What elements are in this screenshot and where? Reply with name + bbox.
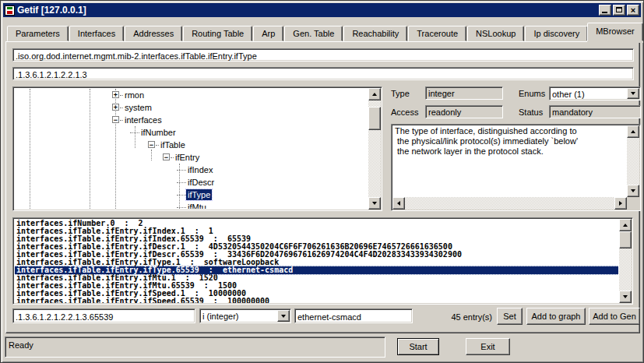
tab-addresses[interactable]: Addresses <box>125 26 182 41</box>
value-type-selected: i (integer) <box>202 312 276 321</box>
collapse-toggle-icon[interactable]: − <box>112 116 119 123</box>
set-oid-input[interactable] <box>12 308 195 323</box>
minimize-icon <box>602 12 607 13</box>
tree-item-label[interactable]: ifNumber <box>139 127 178 138</box>
tree-item-system[interactable]: +system <box>15 101 368 114</box>
chevron-down-icon <box>281 315 286 318</box>
scroll-down-button[interactable] <box>627 185 639 197</box>
tree-item-label[interactable]: ifMtu <box>186 202 208 209</box>
tree-connector <box>177 170 186 171</box>
tab-reachability[interactable]: Reachability <box>343 26 407 41</box>
tab-traceroute[interactable]: Traceroute <box>408 26 466 41</box>
tree-item-iftable[interactable]: −ifTable <box>15 139 368 151</box>
value-type-dropdown-button[interactable] <box>277 310 290 322</box>
tree-item-ifnumber[interactable]: ifNumber <box>15 126 368 139</box>
entries-count: 45 entry(s) <box>441 312 492 322</box>
scroll-left-button[interactable] <box>392 197 405 210</box>
tab-parameters[interactable]: Parameters <box>7 26 69 41</box>
access-label: Access <box>391 107 418 117</box>
collapse-toggle-icon[interactable]: − <box>148 141 155 148</box>
tree-item-interfaces[interactable]: −interfaces <box>15 114 368 126</box>
exit-button[interactable]: Exit <box>466 338 510 355</box>
tree-item-ifindex[interactable]: ifIndex <box>15 164 368 176</box>
scrollbar-thumb[interactable] <box>368 107 381 130</box>
set-value-input[interactable] <box>294 308 413 323</box>
start-button[interactable]: Start <box>397 338 439 355</box>
expand-toggle-icon[interactable]: + <box>112 104 119 111</box>
arrow-right-icon <box>619 201 622 206</box>
arrow-down-icon <box>372 202 377 205</box>
tree-scrollbar[interactable] <box>368 88 381 210</box>
enums-dropdown-button[interactable] <box>627 88 639 99</box>
tree-item-label[interactable]: ifType <box>186 189 212 200</box>
scroll-up-button[interactable] <box>619 219 632 231</box>
collapse-toggle-icon[interactable]: − <box>163 153 170 160</box>
scroll-right-button[interactable] <box>614 197 627 210</box>
scroll-down-button[interactable] <box>619 291 632 303</box>
tab-mbrowser[interactable]: MBrowser <box>587 23 643 41</box>
tree-item-label[interactable]: ifEntry <box>174 152 201 163</box>
set-button[interactable]: Set <box>497 308 523 325</box>
tab-arp[interactable]: Arp <box>253 26 283 41</box>
scroll-down-button[interactable] <box>368 197 381 210</box>
tree-connector <box>130 132 139 133</box>
description-hscrollbar[interactable] <box>392 197 627 210</box>
oid-name-input[interactable] <box>12 48 634 62</box>
tree-item-ifentry[interactable]: −ifEntry <box>15 151 368 164</box>
maximize-icon <box>616 7 622 12</box>
enums-combobox[interactable]: other (1) <box>549 86 641 100</box>
scroll-up-button[interactable] <box>627 125 639 138</box>
tab-gen-table[interactable]: Gen. Table <box>284 26 343 41</box>
scroll-up-button[interactable] <box>368 88 381 100</box>
tree-item-ifmtu[interactable]: ifMtu <box>15 201 368 209</box>
tree-item-label[interactable]: ifTable <box>159 139 187 150</box>
tab-ip-discovery[interactable]: Ip discovery <box>525 26 588 41</box>
output-list-rows: interfaces.ifNumber.0 : 2interfaces.ifTa… <box>15 220 618 303</box>
enums-label: Enums <box>519 89 545 98</box>
tab-interfaces[interactable]: Interfaces <box>69 26 124 41</box>
window-title: Getif [127.0.0.1] <box>17 5 86 16</box>
mib-tree-rows: +rmon+system−interfacesifNumber−ifTable−… <box>15 89 368 209</box>
tab-nslookup[interactable]: NSLookup <box>467 26 524 41</box>
status-label: Status <box>519 107 543 117</box>
output-row[interactable]: interfaces.ifTable.ifEntry.ifSpeed.65539… <box>15 298 618 303</box>
description-box: The type of interface, distinguished acc… <box>391 124 641 211</box>
scrollbar-corner <box>627 197 639 210</box>
tree-item-label[interactable]: rmon <box>123 90 146 100</box>
tree-item-label[interactable]: system <box>123 102 153 113</box>
minimize-button[interactable] <box>599 5 611 16</box>
tree-connector <box>177 207 186 208</box>
tree-item-label[interactable]: ifIndex <box>186 164 214 175</box>
titlebar: Getif [127.0.0.1] × <box>3 3 641 17</box>
value-type-combobox[interactable]: i (integer) <box>199 308 291 323</box>
tree-item-rmon[interactable]: +rmon <box>15 89 368 101</box>
add-to-graph-button[interactable]: Add to graph <box>526 308 586 325</box>
output-list: interfaces.ifNumber.0 : 2interfaces.ifTa… <box>12 217 633 305</box>
tree-connector <box>177 182 186 183</box>
tree-item-label[interactable]: interfaces <box>123 115 164 125</box>
getif-window: Getif [127.0.0.1] × ParametersInterfaces… <box>0 0 644 363</box>
status-field: Ready <box>5 337 385 358</box>
description-vscrollbar[interactable] <box>627 125 639 197</box>
tree-item-label[interactable]: ifDescr <box>186 177 216 188</box>
maximize-button[interactable] <box>613 5 625 16</box>
mib-tree: +rmon+system−interfacesifNumber−ifTable−… <box>12 86 382 211</box>
add-to-gen-button[interactable]: Add to Gen <box>589 308 640 325</box>
tree-item-ifdescr[interactable]: ifDescr <box>15 176 368 189</box>
close-button[interactable]: × <box>627 5 639 16</box>
output-list-scrollbar[interactable] <box>619 219 632 303</box>
arrow-left-icon <box>397 201 400 206</box>
expand-toggle-icon[interactable]: + <box>112 91 119 98</box>
oid-number-input[interactable] <box>12 67 634 80</box>
scrollbar-thumb[interactable] <box>619 231 632 248</box>
type-value-field: integer <box>425 86 503 100</box>
chevron-down-icon <box>631 92 635 95</box>
close-icon: × <box>628 5 639 16</box>
tree-connector <box>177 195 186 196</box>
tree-item-iftype[interactable]: ifType <box>15 189 368 201</box>
access-value-field: readonly <box>425 105 503 118</box>
enums-selected-value: other (1) <box>552 90 626 99</box>
description-text: The type of interface, distinguished acc… <box>393 125 625 196</box>
tabstrip: ParametersInterfacesAddressesRouting Tab… <box>7 23 637 41</box>
tab-routing-table[interactable]: Routing Table <box>183 26 252 41</box>
